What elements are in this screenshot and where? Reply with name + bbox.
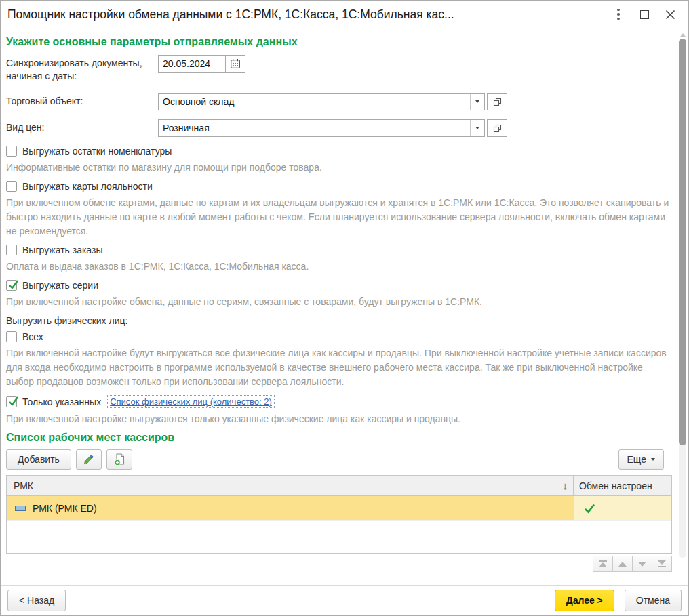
trade-object-combo [158, 93, 507, 110]
open-picker-icon [493, 124, 502, 133]
workplaces-toolbar: Добавить [6, 449, 672, 470]
persons-selected-checkbox[interactable] [6, 396, 17, 407]
sync-date-field [158, 55, 245, 73]
move-down-icon [638, 562, 646, 567]
back-button[interactable]: < Назад [7, 590, 66, 611]
title-bar: Помощник настройки обмена данными с 1С:Р… [1, 1, 688, 28]
exchange-configured-cell [574, 496, 671, 520]
column-label: Обмен настроен [579, 480, 652, 491]
triangle-up-icon [599, 562, 607, 567]
sync-date-row: Синхронизировать документы, начиная с да… [6, 55, 672, 83]
maximize-icon [640, 10, 649, 19]
document-add-icon [113, 453, 126, 466]
checkmark-icon [7, 394, 20, 408]
window-title: Помощник настройки обмена данными с 1С:Р… [7, 7, 454, 22]
price-kind-label: Вид цен: [6, 119, 158, 134]
checkbox-label: Выгружать заказы [22, 245, 102, 255]
checkbox-row-persons-selected: Только указанных Список физических лиц (… [6, 395, 672, 408]
checkbox-label: Выгружать карты лояльности [22, 181, 153, 192]
price-kind-combo [158, 119, 507, 137]
checkbox-label: Выгружать остатки номенклатуры [22, 146, 172, 157]
cancel-button[interactable]: Отмена [625, 590, 682, 611]
vertical-dots-icon [617, 9, 620, 20]
option-description: При включенном обмене картами, данные по… [6, 196, 672, 239]
table-header: РМК ↓ Обмен настроен [7, 476, 671, 496]
persons-all-checkbox[interactable] [6, 331, 17, 342]
trade-object-dropdown-button[interactable] [470, 94, 484, 110]
export-series-checkbox[interactable] [6, 280, 17, 291]
checkbox-label: Выгружать серии [22, 280, 98, 291]
option-description: Информативные остатки по магазину для по… [6, 161, 672, 175]
params-heading: Укажите основные параметры отправляемых … [6, 36, 672, 48]
chevron-down-icon [475, 100, 479, 103]
persons-list-link[interactable]: Список физических лиц (количество: 2) [107, 395, 275, 408]
sync-date-input[interactable] [158, 55, 226, 73]
calendar-icon [230, 58, 241, 69]
copy-add-button[interactable] [106, 449, 132, 470]
price-kind-row: Вид цен: [6, 119, 672, 137]
next-button[interactable]: Далее > [555, 590, 614, 611]
close-button[interactable] [657, 4, 683, 24]
checkbox-row-export-loyalty-cards: Выгружать карты лояльности [6, 181, 672, 192]
option-description: Оплата и выдача заказов в 1С:РМК, 1С:Кас… [6, 260, 672, 274]
export-stock-checkbox[interactable] [6, 146, 17, 157]
vertical-scrollbar[interactable] [678, 30, 687, 585]
calendar-button[interactable] [225, 55, 245, 73]
price-kind-dropdown-button[interactable] [470, 120, 484, 136]
open-picker-icon [493, 98, 502, 106]
trade-object-open-button[interactable] [487, 93, 507, 110]
table-empty-area [7, 520, 671, 553]
move-to-top-button[interactable] [593, 556, 613, 572]
window-menu-button[interactable] [606, 4, 631, 24]
wizard-footer: < Назад Далее > Отмена [1, 585, 688, 615]
rmk-name-cell: РМК (РМК ED) [7, 496, 574, 520]
export-loyalty-cards-checkbox[interactable] [6, 181, 17, 192]
move-to-bottom-button[interactable] [652, 556, 672, 572]
checkbox-row-persons-all: Всех [6, 331, 672, 342]
trade-object-row: Торговый объект: [6, 93, 672, 110]
move-to-bottom-icon [658, 566, 666, 567]
column-header-rmk[interactable]: РМК ↓ [7, 476, 574, 495]
checkbox-row-export-stock: Выгружать остатки номенклатуры [6, 146, 672, 157]
wizard-window: Помощник настройки обмена данными с 1С:Р… [0, 0, 689, 616]
checkbox-row-export-orders: Выгружать заказы [6, 245, 672, 255]
more-button-label: Еще [627, 454, 647, 465]
chevron-down-icon [475, 127, 479, 129]
workplaces-table: РМК ↓ Обмен настроен РМК (РМК ED) [6, 475, 672, 554]
workplaces-heading: Список рабочих мест кассиров [6, 432, 672, 444]
price-kind-open-button[interactable] [487, 119, 507, 137]
column-header-exchange[interactable]: Обмен настроен [574, 476, 671, 495]
move-down-button[interactable] [632, 556, 652, 572]
maximize-button[interactable] [631, 4, 657, 24]
sort-descending-icon: ↓ [563, 480, 568, 491]
table-nav-buttons [6, 556, 672, 572]
scrollbar-thumb[interactable] [679, 39, 686, 445]
move-up-button[interactable] [612, 556, 633, 572]
price-kind-input[interactable] [158, 119, 485, 137]
trade-object-label: Торговый объект: [6, 93, 158, 108]
close-icon [665, 9, 675, 20]
move-up-icon [618, 562, 627, 567]
triangle-down-icon [658, 560, 666, 565]
table-row[interactable]: РМК (РМК ED) [7, 496, 671, 520]
wizard-content: Укажите основные параметры отправляемых … [1, 28, 688, 572]
export-orders-checkbox[interactable] [6, 245, 17, 255]
more-button[interactable]: Еще [618, 449, 665, 470]
scroll-up-icon[interactable] [680, 33, 686, 37]
add-button[interactable]: Добавить [6, 449, 71, 470]
trade-object-input[interactable] [158, 93, 485, 110]
chevron-down-icon [651, 458, 655, 461]
option-description: При включенной настройке обмена, данные … [6, 295, 672, 309]
checkmark-icon [583, 502, 596, 515]
move-to-top-icon [599, 560, 607, 562]
checkbox-row-export-series: Выгружать серии [6, 280, 672, 291]
checkbox-label: Всех [22, 331, 43, 342]
checkmark-icon [7, 278, 20, 291]
workstation-icon [15, 506, 26, 511]
window-controls [606, 4, 683, 24]
option-description: При включенной настройке будут выгружать… [6, 346, 672, 389]
edit-button[interactable] [76, 449, 102, 470]
option-description: При включенной настройке выгружаются тол… [6, 412, 672, 426]
rmk-name: РМК (РМК ED) [33, 503, 97, 514]
pencil-icon [82, 453, 96, 466]
